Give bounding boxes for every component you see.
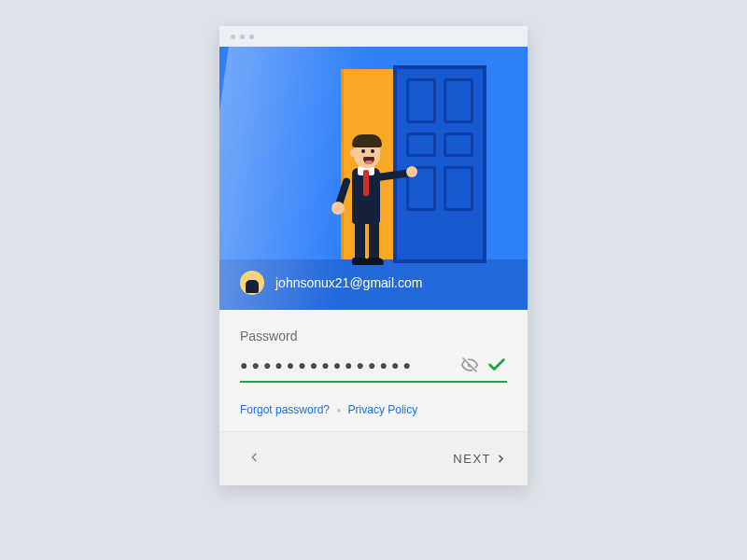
account-bar[interactable]: johnsonux21@gmail.com (240, 271, 422, 295)
toggle-visibility-button[interactable] (460, 356, 479, 374)
next-button[interactable]: NEXT (453, 452, 507, 466)
login-window: johnsonux21@gmail.com Password ●●●●●●●●●… (219, 26, 528, 485)
window-control-dot (231, 35, 235, 39)
password-form: Password ●●●●●●●●●●●●●●● Forgot password… (219, 310, 528, 431)
person-illustration (331, 123, 397, 273)
password-label: Password (240, 329, 507, 343)
password-field-row: ●●●●●●●●●●●●●●● (240, 355, 507, 383)
chevron-right-icon (495, 453, 507, 465)
chevron-left-icon (247, 451, 261, 464)
back-button[interactable] (247, 451, 261, 468)
hero-illustration: johnsonux21@gmail.com (219, 47, 528, 310)
helper-links: Forgot password? ● Privacy Policy (240, 403, 507, 416)
bottom-nav: NEXT (219, 431, 528, 485)
validation-check (486, 355, 507, 375)
eye-off-icon (460, 356, 479, 374)
account-email: johnsonux21@gmail.com (275, 275, 422, 290)
door-leaf (393, 65, 486, 263)
window-control-dot (249, 35, 254, 39)
window-control-dot (240, 35, 245, 39)
password-input[interactable]: ●●●●●●●●●●●●●●● (240, 357, 453, 372)
avatar-icon (240, 271, 264, 295)
privacy-policy-link[interactable]: Privacy Policy (348, 403, 418, 416)
link-separator: ● (336, 406, 341, 414)
checkmark-icon (486, 355, 507, 375)
forgot-password-link[interactable]: Forgot password? (240, 403, 330, 416)
next-label: NEXT (453, 452, 491, 466)
window-titlebar (219, 26, 528, 47)
